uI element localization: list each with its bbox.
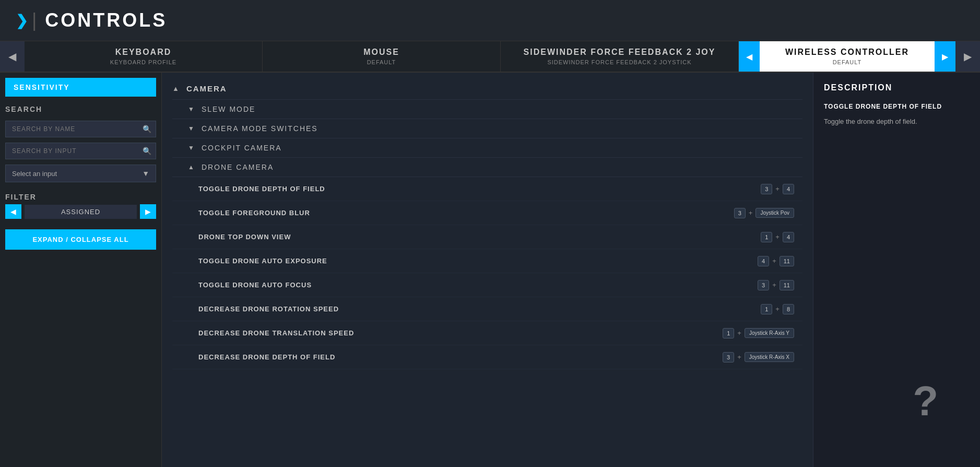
filter-value-label: ASSIGNED (25, 205, 137, 219)
key-badge-11: 11 (780, 256, 794, 266)
key-badge-joystick-pov: Joystick Pov (755, 208, 794, 218)
filter-prev-button[interactable]: ◀ (5, 204, 21, 219)
binding-decrease-drone-rotation: 1 + 8 (761, 304, 794, 314)
camera-mode-label: CAMERA MODE SWITCHES (202, 124, 318, 133)
key-badge-4c: 4 (758, 256, 769, 266)
plus-sign-4: + (772, 257, 776, 265)
tab-bar: ◀ KEYBOARD KEYBOARD PROFILE MOUSE DEFAUL… (0, 41, 980, 73)
subcategory-slew-mode[interactable]: ▼ SLEW MODE (172, 100, 802, 119)
cockpit-toggle-icon: ▼ (188, 144, 194, 151)
tab-mouse[interactable]: MOUSE DEFAULT (263, 41, 501, 72)
question-mark-icon: ? (913, 377, 938, 425)
tab-wireless-container: ◀ WIRELESS CONTROLLER DEFAULT ▶ (739, 41, 955, 72)
slew-toggle-icon: ▼ (188, 106, 194, 113)
drone-toggle-icon: ▲ (188, 164, 194, 171)
key-badge-4b: 4 (783, 232, 794, 242)
filter-nav: ◀ ASSIGNED ▶ (5, 204, 156, 219)
key-badge-joystick-r-axis-x: Joystick R-Axis X (745, 352, 794, 362)
tab-sidewinder[interactable]: SIDEWINDER FORCE FEEDBACK 2 JOY SIDEWIND… (501, 41, 739, 72)
center-panel: ▲ CAMERA ▼ SLEW MODE ▼ CAMERA MODE SWITC… (162, 73, 813, 467)
search-by-input-icon[interactable]: 🔍 (143, 147, 151, 155)
plus-sign-8: + (737, 353, 741, 361)
key-badge-8: 8 (783, 304, 794, 314)
key-badge-1b: 1 (761, 304, 772, 314)
tab-wireless[interactable]: WIRELESS CONTROLLER DEFAULT (760, 41, 935, 72)
key-badge-11b: 11 (780, 280, 794, 290)
binding-decrease-drone-translation: 1 + Joystick R-Axis Y (723, 328, 794, 338)
filter-section: FILTER ◀ ASSIGNED ▶ (5, 190, 156, 219)
camera-label: CAMERA (186, 84, 227, 93)
camera-mode-toggle-icon: ▼ (188, 125, 194, 132)
controls-list: ▲ CAMERA ▼ SLEW MODE ▼ CAMERA MODE SWITC… (162, 73, 813, 375)
search-by-name-input[interactable] (10, 121, 143, 137)
key-badge-1c: 1 (723, 328, 734, 338)
header-divider: | (32, 9, 37, 31)
control-toggle-drone-auto-focus[interactable]: TOGGLE DRONE AUTO FOCUS 3 + 11 (172, 273, 802, 297)
control-decrease-drone-rotation[interactable]: DECREASE DRONE ROTATION SPEED 1 + 8 (172, 297, 802, 321)
search-by-name-row: 🔍 (5, 121, 156, 137)
tab-keyboard[interactable]: KEYBOARD KEYBOARD PROFILE (25, 41, 263, 72)
cockpit-label: COCKPIT CAMERA (202, 144, 282, 152)
select-input-label: Select an input (12, 170, 57, 178)
subcategory-drone-camera[interactable]: ▲ DRONE CAMERA (172, 158, 802, 177)
tab-prev-button[interactable]: ◀ (0, 41, 25, 72)
plus-sign-2: + (749, 209, 753, 217)
subcategory-camera-mode-switches[interactable]: ▼ CAMERA MODE SWITCHES (172, 119, 802, 138)
tab-next-button[interactable]: ▶ (955, 41, 980, 72)
binding-toggle-foreground-blur: 3 + Joystick Pov (734, 208, 794, 218)
category-camera[interactable]: ▲ CAMERA (172, 78, 802, 100)
plus-sign-7: + (737, 329, 741, 337)
description-text: Toggle the drone depth of field. (824, 116, 970, 127)
key-badge-3b: 3 (734, 208, 746, 218)
select-input-dropdown[interactable]: Select an input ▼ (5, 165, 156, 182)
plus-sign-6: + (775, 305, 780, 313)
binding-drone-top-down: 1 + 4 (761, 232, 794, 242)
key-badge-3d: 3 (723, 352, 734, 363)
control-drone-top-down[interactable]: DRONE TOP DOWN VIEW 1 + 4 (172, 225, 802, 249)
camera-toggle-icon: ▲ (172, 85, 179, 92)
description-panel: DESCRIPTION TOGGLE DRONE DEPTH OF FIELD … (813, 73, 980, 467)
sidebar: SENSITIVITY SEARCH 🔍 🔍 Select an input ▼… (0, 73, 162, 467)
tab-wireless-next-button[interactable]: ▶ (935, 41, 955, 72)
control-decrease-drone-translation[interactable]: DECREASE DRONE TRANSLATION SPEED 1 + Joy… (172, 321, 802, 345)
plus-sign: + (775, 185, 780, 193)
control-toggle-foreground-blur[interactable]: TOGGLE FOREGROUND BLUR 3 + Joystick Pov (172, 201, 802, 225)
plus-sign-5: + (772, 281, 776, 289)
search-by-input-row: 🔍 (5, 143, 156, 159)
expand-collapse-button[interactable]: EXPAND / COLLAPSE ALL (5, 229, 156, 250)
select-input-arrow-icon: ▼ (142, 169, 149, 178)
search-section-label: SEARCH (5, 105, 156, 113)
description-title: DESCRIPTION (824, 83, 970, 92)
binding-decrease-drone-dof: 3 + Joystick R-Axis X (723, 352, 794, 363)
plus-sign-3: + (775, 233, 780, 241)
filter-next-button[interactable]: ▶ (140, 204, 156, 219)
key-badge-joystick-r-axis-y: Joystick R-Axis Y (745, 328, 794, 338)
key-badge-1: 1 (761, 232, 772, 242)
page-title: CONTROLS (45, 9, 167, 31)
search-by-input-input[interactable] (10, 143, 143, 159)
drone-label: DRONE CAMERA (202, 163, 274, 171)
sensitivity-button[interactable]: SENSITIVITY (5, 78, 156, 97)
binding-toggle-drone-dof: 3 + 4 (761, 184, 794, 194)
main-content: SENSITIVITY SEARCH 🔍 🔍 Select an input ▼… (0, 73, 980, 467)
filter-section-label: FILTER (5, 193, 156, 201)
control-toggle-drone-auto-exposure[interactable]: TOGGLE DRONE AUTO EXPOSURE 4 + 11 (172, 249, 802, 273)
subcategory-cockpit-camera[interactable]: ▼ COCKPIT CAMERA (172, 138, 802, 158)
binding-drone-auto-exposure: 4 + 11 (758, 256, 794, 266)
tab-wireless-prev-button[interactable]: ◀ (739, 41, 760, 72)
description-action-name: TOGGLE DRONE DEPTH OF FIELD (824, 103, 970, 110)
search-by-name-icon[interactable]: 🔍 (143, 125, 151, 133)
binding-drone-auto-focus: 3 + 11 (758, 280, 794, 290)
key-badge-4: 4 (783, 184, 794, 194)
header-chevron-icon: ❯ (16, 12, 28, 29)
key-badge-3c: 3 (758, 280, 769, 290)
control-decrease-drone-dof[interactable]: DECREASE DRONE DEPTH OF FIELD 3 + Joysti… (172, 345, 802, 369)
slew-label: SLEW MODE (202, 105, 256, 113)
control-toggle-drone-dof[interactable]: TOGGLE DRONE DEPTH OF FIELD 3 + 4 (172, 177, 802, 201)
key-badge-3: 3 (761, 184, 772, 194)
